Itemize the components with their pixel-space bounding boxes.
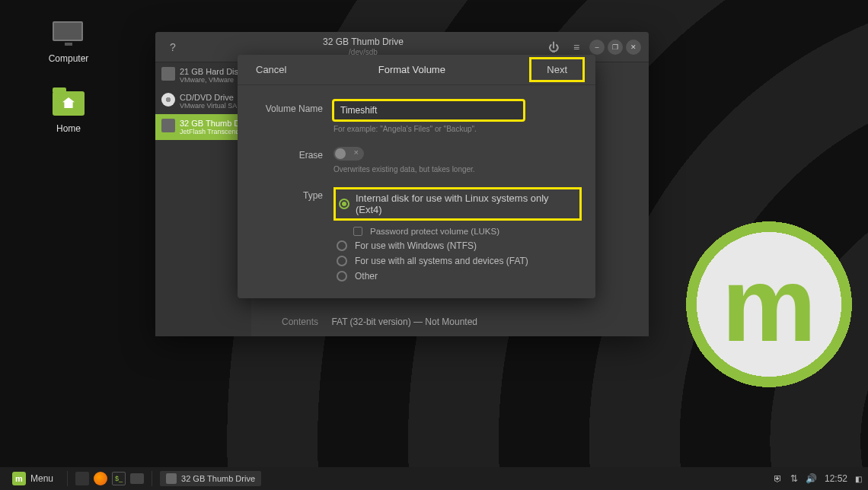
close-icon: × <box>354 148 359 157</box>
type-option-luks[interactable]: Password protect volume (LUKS) <box>353 227 582 236</box>
next-button[interactable]: Next <box>529 57 585 82</box>
cancel-button[interactable]: Cancel <box>248 61 294 78</box>
radio-icon <box>337 256 347 266</box>
cd-icon <box>161 93 175 107</box>
clock[interactable]: 12:52 <box>825 473 847 484</box>
volume-name-label: Volume Name <box>251 100 323 114</box>
dialog-title: Format Volume <box>294 64 529 75</box>
type-option-other[interactable]: Other <box>337 271 582 282</box>
checkbox-icon <box>353 227 362 236</box>
menu-label: Menu <box>30 473 53 484</box>
monitor-icon <box>53 21 83 41</box>
type-option-label: Internal disk for use with Linux systems… <box>356 192 575 215</box>
close-button[interactable]: ✕ <box>626 40 641 55</box>
mint-icon: m <box>12 472 26 485</box>
maximize-button[interactable]: ❐ <box>608 40 623 55</box>
type-label: Type <box>251 187 323 201</box>
desktop-icons: Computer Home <box>38 21 99 134</box>
erase-label: Erase <box>251 147 323 161</box>
window-title: 32 GB Thumb Drive /dev/sdb <box>183 37 544 56</box>
type-option-ext4[interactable]: Internal disk for use with Linux systems… <box>333 187 582 221</box>
desktop-icon-computer[interactable]: Computer <box>38 21 99 64</box>
usb-icon <box>161 119 175 132</box>
separator <box>152 471 152 486</box>
power-icon[interactable]: ⏻ <box>544 37 563 57</box>
terminal-icon[interactable]: $_ <box>112 472 126 485</box>
type-option-label: For use with Windows (NTFS) <box>355 240 477 251</box>
menu-button[interactable]: m Menu <box>6 472 59 485</box>
firefox-icon[interactable] <box>94 472 107 485</box>
disk-icon <box>166 473 177 484</box>
contents-line: Contents FAT (32-bit version) — Not Moun… <box>282 317 477 327</box>
desktop-icon-home[interactable]: Home <box>38 91 99 134</box>
taskbar-task-disks[interactable]: 32 GB Thumb Drive <box>160 471 261 486</box>
desktop-icon-label: Computer <box>49 53 89 64</box>
volume-icon[interactable]: 🔊 <box>806 473 817 484</box>
type-option-label: Password protect volume (LUKS) <box>370 227 499 236</box>
format-volume-dialog: Cancel Format Volume Next Volume Name Fo… <box>238 55 595 298</box>
hdd-icon <box>161 67 175 81</box>
type-option-fat[interactable]: For use with all systems and devices (FA… <box>337 256 582 266</box>
separator <box>67 471 68 486</box>
dialog-header: Cancel Format Volume Next <box>238 55 595 85</box>
show-desktop-button[interactable] <box>75 472 89 485</box>
type-option-ntfs[interactable]: For use with Windows (NTFS) <box>337 240 582 251</box>
desktop-icon-label: Home <box>56 123 81 134</box>
volume-name-input[interactable] <box>333 100 524 120</box>
radio-icon <box>339 199 349 209</box>
mint-logo-wallpaper: m <box>662 198 868 411</box>
help-icon[interactable]: ? <box>163 37 183 57</box>
files-icon[interactable] <box>130 473 144 484</box>
network-icon[interactable]: ⇅ <box>790 473 798 484</box>
radio-icon <box>337 240 347 251</box>
radio-icon <box>337 271 347 282</box>
hamburger-icon[interactable]: ≡ <box>566 37 586 57</box>
tray-toggle-icon[interactable]: ◧ <box>855 475 862 483</box>
type-option-label: Other <box>355 271 378 282</box>
taskbar: m Menu $_ 32 GB Thumb Drive ⛨ ⇅ 🔊 12:52 … <box>0 467 868 490</box>
minimize-button[interactable]: – <box>589 40 605 55</box>
erase-toggle[interactable]: × <box>333 147 364 161</box>
folder-icon <box>53 91 85 116</box>
shield-icon[interactable]: ⛨ <box>774 473 783 484</box>
type-option-label: For use with all systems and devices (FA… <box>355 256 528 266</box>
erase-hint: Overwrites existing data, but takes long… <box>333 165 582 173</box>
volume-name-hint: For example: "Angela's Files" or "Backup… <box>333 125 582 133</box>
system-tray: ⛨ ⇅ 🔊 12:52 ◧ <box>774 473 862 484</box>
task-label: 32 GB Thumb Drive <box>181 474 255 483</box>
